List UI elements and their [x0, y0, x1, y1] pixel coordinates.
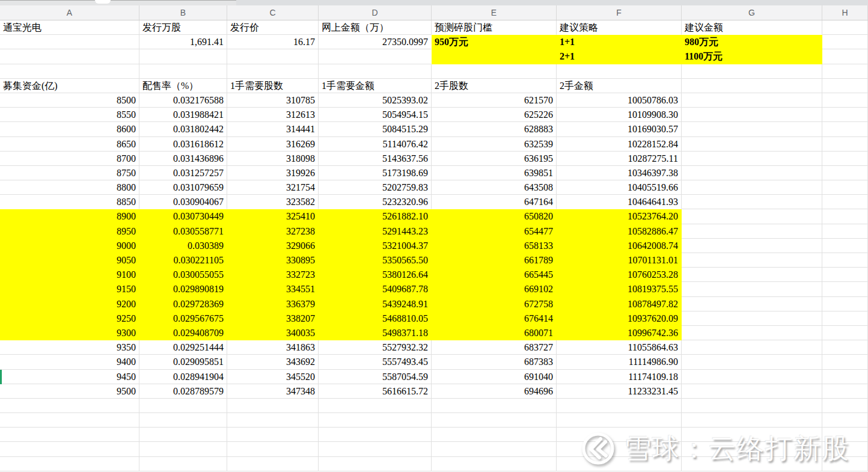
empty-cell[interactable] [682, 428, 822, 442]
empty-cell[interactable] [0, 35, 139, 49]
empty-cell[interactable] [682, 326, 822, 340]
empty-cell[interactable] [822, 370, 868, 384]
empty-cell[interactable] [682, 399, 822, 413]
cell-strategy-label[interactable]: 建议策略 [557, 20, 682, 35]
data-cell[interactable]: 327238 [227, 224, 319, 239]
data-cell[interactable]: 10050786.03 [557, 93, 682, 108]
data-cell[interactable]: 5616615.72 [319, 384, 432, 399]
empty-cell[interactable] [682, 457, 822, 471]
data-cell[interactable]: 330895 [227, 253, 319, 268]
empty-cell[interactable] [822, 180, 868, 195]
data-cell[interactable]: 672758 [432, 297, 557, 311]
data-cell[interactable]: 10346397.38 [557, 166, 682, 180]
data-cell[interactable]: 10523764.20 [557, 209, 682, 224]
empty-cell[interactable] [822, 282, 868, 296]
empty-cell[interactable] [822, 253, 868, 268]
empty-cell[interactable] [432, 413, 557, 428]
data-cell[interactable]: 9200 [0, 297, 139, 311]
empty-cell[interactable] [0, 64, 139, 79]
data-cell[interactable]: 8650 [0, 137, 139, 152]
empty-cell[interactable] [822, 122, 868, 136]
data-cell[interactable]: 334551 [227, 282, 319, 296]
empty-cell[interactable] [822, 297, 868, 311]
empty-cell[interactable] [822, 326, 868, 340]
data-cell[interactable]: 0.031079659 [139, 180, 227, 195]
data-cell[interactable]: 650820 [432, 209, 557, 224]
empty-cell[interactable] [822, 268, 868, 282]
data-cell[interactable]: 676414 [432, 311, 557, 326]
empty-cell[interactable] [822, 224, 868, 239]
data-cell[interactable]: 687383 [432, 355, 557, 369]
data-cell[interactable]: 5054954.15 [319, 108, 432, 122]
data-cell[interactable]: 8550 [0, 108, 139, 122]
data-cell[interactable]: 5291443.23 [319, 224, 432, 239]
data-cell[interactable]: 5587054.59 [319, 370, 432, 384]
data-cell[interactable]: 0.031257257 [139, 166, 227, 180]
data-cell[interactable]: 647164 [432, 195, 557, 209]
empty-cell[interactable] [139, 399, 227, 413]
empty-cell[interactable] [682, 268, 822, 282]
data-cell[interactable]: 10405519.66 [557, 180, 682, 195]
empty-cell[interactable] [822, 64, 868, 79]
empty-cell[interactable] [682, 195, 822, 209]
empty-cell[interactable] [822, 209, 868, 224]
data-cell[interactable]: 10109908.30 [557, 108, 682, 122]
empty-cell[interactable] [822, 108, 868, 122]
cell-amount-label[interactable]: 建议金额 [682, 20, 822, 35]
data-cell[interactable]: 345520 [227, 370, 319, 384]
data-cell[interactable]: 314441 [227, 122, 319, 136]
empty-cell[interactable] [432, 457, 557, 471]
data-cell[interactable]: 310785 [227, 93, 319, 108]
empty-cell[interactable] [227, 457, 319, 471]
data-cell[interactable]: 694696 [432, 384, 557, 399]
empty-cell[interactable] [319, 399, 432, 413]
column-header-b[interactable]: B [139, 5, 227, 20]
data-cell[interactable]: 0.030730449 [139, 209, 227, 224]
data-cell[interactable]: 9350 [0, 340, 139, 355]
column-header-g[interactable]: G [682, 5, 822, 20]
empty-cell[interactable] [227, 49, 319, 64]
empty-cell[interactable] [822, 355, 868, 369]
cell-rate-header[interactable]: 配售率（%） [139, 79, 227, 93]
empty-cell[interactable] [0, 413, 139, 428]
data-cell[interactable]: 321754 [227, 180, 319, 195]
cell-strategy-1[interactable]: 1+1 [557, 35, 682, 49]
data-cell[interactable]: 5173198.69 [319, 166, 432, 180]
cell-lot1-shares-header[interactable]: 1手需要股数 [227, 79, 319, 93]
cell-shares-value[interactable]: 1,691.41 [139, 35, 227, 49]
data-cell[interactable]: 11174109.18 [557, 370, 682, 384]
cell-amount-1[interactable]: 980万元 [682, 35, 822, 49]
empty-cell[interactable] [557, 399, 682, 413]
data-cell[interactable]: 8600 [0, 122, 139, 136]
empty-cell[interactable] [822, 442, 868, 456]
data-cell[interactable]: 9450 [0, 370, 139, 384]
data-cell[interactable]: 0.029251444 [139, 340, 227, 355]
cell-strategy-2[interactable]: 2+1 [557, 49, 682, 64]
empty-cell[interactable] [822, 457, 868, 471]
empty-cell[interactable] [0, 399, 139, 413]
empty-cell[interactable] [557, 442, 682, 456]
data-cell[interactable]: 643508 [432, 180, 557, 195]
empty-cell[interactable] [682, 180, 822, 195]
cell-price-label[interactable]: 发行价 [227, 20, 319, 35]
empty-cell[interactable] [319, 413, 432, 428]
empty-cell[interactable] [822, 195, 868, 209]
data-cell[interactable]: 9250 [0, 311, 139, 326]
cell-fund-header[interactable]: 募集资金(亿) [0, 79, 139, 93]
data-cell[interactable]: 0.030904067 [139, 195, 227, 209]
data-cell[interactable]: 0.029095851 [139, 355, 227, 369]
column-header-f[interactable]: F [557, 5, 682, 20]
data-cell[interactable]: 5232320.96 [319, 195, 432, 209]
column-header-e[interactable]: E [432, 5, 557, 20]
data-cell[interactable]: 8900 [0, 209, 139, 224]
empty-cell[interactable] [557, 64, 682, 79]
data-cell[interactable]: 669102 [432, 282, 557, 296]
empty-cell[interactable] [822, 340, 868, 355]
empty-cell[interactable] [682, 224, 822, 239]
data-cell[interactable]: 8700 [0, 152, 139, 166]
empty-cell[interactable] [227, 428, 319, 442]
empty-cell[interactable] [822, 49, 868, 64]
empty-cell[interactable] [0, 442, 139, 456]
data-cell[interactable]: 10169030.57 [557, 122, 682, 136]
empty-cell[interactable] [822, 20, 868, 35]
